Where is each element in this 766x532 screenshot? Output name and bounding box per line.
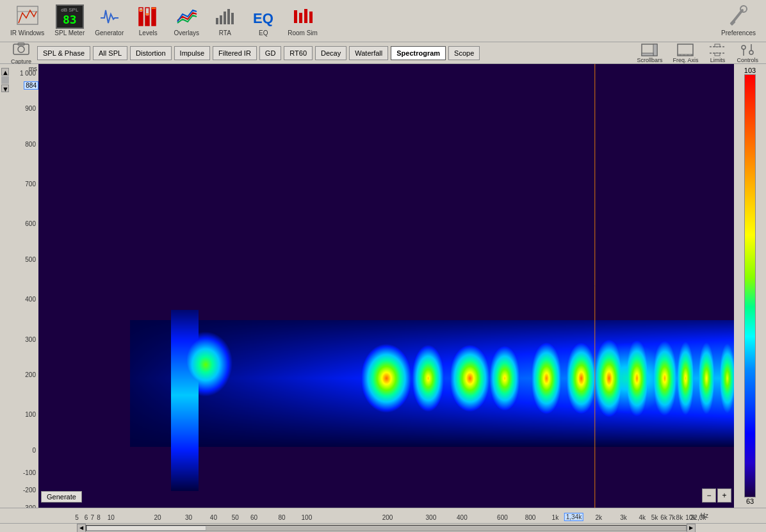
y-tick: 500 [25,255,36,262]
svg-rect-39 [715,53,720,56]
svg-rect-28 [653,44,657,56]
toolbar-item-room-sim[interactable]: Room Sim [282,4,323,38]
spl-meter-icon: dB SPL 83 [57,5,83,28]
x-tick: 8k [676,514,683,521]
x-tick: 20 [154,514,161,521]
freq-axis-label: Freq. Axis [672,57,698,63]
scroll-thumb [86,526,206,531]
toolbar-item-ir-windows[interactable]: IR Windows [5,4,49,38]
x-tick: 3k [620,514,627,521]
tabs-container: SPL & PhaseAll SPLDistortionImpulseFilte… [37,46,481,60]
levels-icon [135,5,161,28]
x-tick: 2k [596,514,603,521]
y-tick: -100 [23,469,36,476]
main-panel: ▲ ▼ ms 884 1 000900800700600500400300200… [0,64,766,532]
tab-all-spl[interactable]: All SPL [93,46,127,60]
x-tick: 8 [97,514,101,521]
preferences-icon [726,5,751,28]
svg-rect-29 [642,53,653,56]
x-tick: 1k [552,514,559,521]
toolbar-item-overlays[interactable]: Overlays [167,4,206,38]
svg-rect-20 [309,12,313,23]
tab-waterfall[interactable]: Waterfall [349,46,388,60]
x-tick: 40 [210,514,217,521]
spl-db-label: dB SPL [60,7,80,13]
colorbar-gradient [744,74,756,497]
limits-button[interactable]: Limits [706,43,729,63]
toolbar-item-eq[interactable]: EQ EQ [244,4,282,38]
svg-point-22 [740,6,747,12]
y-highlight: 884 [24,81,38,90]
svg-rect-14 [227,9,230,24]
toolbar-item-levels[interactable]: Levels [129,4,167,38]
svg-rect-30 [678,44,693,56]
y-axis: ▲ ▼ ms 884 1 000900800700600500400300200… [0,64,38,508]
svg-rect-15 [231,13,234,24]
y-tick: 800 [25,140,36,147]
h-scroll-right[interactable]: ▶ [687,524,696,533]
overlays-label: Overlays [174,29,199,36]
y-tick: -200 [23,487,36,494]
toolbar-item-rta[interactable]: RTA [206,4,244,38]
levels-label: Levels [139,29,158,36]
chart-range-plus[interactable]: + [717,488,731,503]
x-tick: 100 [302,514,313,521]
y-tick: 0 [32,446,36,453]
y-ticks: 1 0009008007006005004003002001000-100-20… [3,64,38,508]
spectrogram-chart[interactable]: Generate − + [38,64,734,508]
svg-rect-8 [139,10,143,11]
ir-windows-label: IR Windows [10,29,44,36]
tab-spectrogram[interactable]: Spectrogram [391,46,446,60]
preferences-label: Preferences [721,29,756,36]
svg-point-40 [742,45,746,49]
x-axis-ticks: 5678102030405060801002003004006008001k1,… [77,508,698,523]
scrollbar-area: ◀ ▶ [0,523,766,532]
x-tick: 30 [185,514,192,521]
chart-scroll-btns: − + [702,488,731,503]
tab-distortion[interactable]: Distortion [130,46,171,60]
tab-scope[interactable]: Scope [448,46,480,60]
y-tick: 200 [25,371,36,378]
svg-rect-11 [216,18,218,24]
generate-button[interactable]: Generate [41,491,82,503]
spl-value: 83 [60,13,80,26]
spl-meter-label: SPL Meter [54,29,85,36]
x-tick: 800 [525,514,536,521]
y-tick: 1 000 [20,69,36,76]
colorbar: 103 63 [734,64,766,508]
y-tick: 400 [25,296,36,303]
x-tick: 1,34k [564,513,583,521]
tab-decay[interactable]: Decay [315,46,346,60]
svg-rect-19 [304,9,307,23]
svg-rect-1 [17,6,38,12]
toolbar-item-generator[interactable]: Generator [90,4,129,38]
svg-text:EQ: EQ [253,10,273,26]
svg-rect-18 [299,13,302,23]
tab-gd[interactable]: GD [259,46,282,60]
tab-rt60[interactable]: RT60 [284,46,313,60]
eq-label: EQ [259,29,268,36]
tab-filtered-ir[interactable]: Filtered IR [213,46,257,60]
svg-point-25 [18,46,24,52]
svg-rect-5 [145,15,149,26]
chart-range-minus[interactable]: − [702,488,716,503]
svg-rect-13 [224,12,226,24]
capture-button[interactable]: Capture [5,42,37,65]
controls-button[interactable]: Controls [734,43,761,63]
freq-axis-button[interactable]: Freq. Axis [670,43,701,63]
x-tick: 6 [85,514,88,521]
tab-spl-phase[interactable]: SPL & Phase [37,46,90,60]
controls-label: Controls [737,57,758,63]
second-toolbar: Capture SPL & PhaseAll SPLDistortionImpu… [0,42,766,64]
x-tick: 80 [279,514,286,521]
tab-impulse[interactable]: Impulse [174,46,211,60]
y-tick: 600 [25,220,36,227]
svg-rect-10 [152,8,156,9]
scrollbars-button[interactable]: Scrollbars [634,43,665,63]
h-scrollbar[interactable] [86,525,687,531]
toolbar-item-spl-meter[interactable]: dB SPL 83 SPL Meter [49,4,90,38]
toolbar-item-preferences[interactable]: Preferences [716,4,761,38]
y-tick: 900 [25,105,36,112]
h-scroll-left[interactable]: ◀ [77,524,86,533]
x-tick: 300 [426,514,437,521]
